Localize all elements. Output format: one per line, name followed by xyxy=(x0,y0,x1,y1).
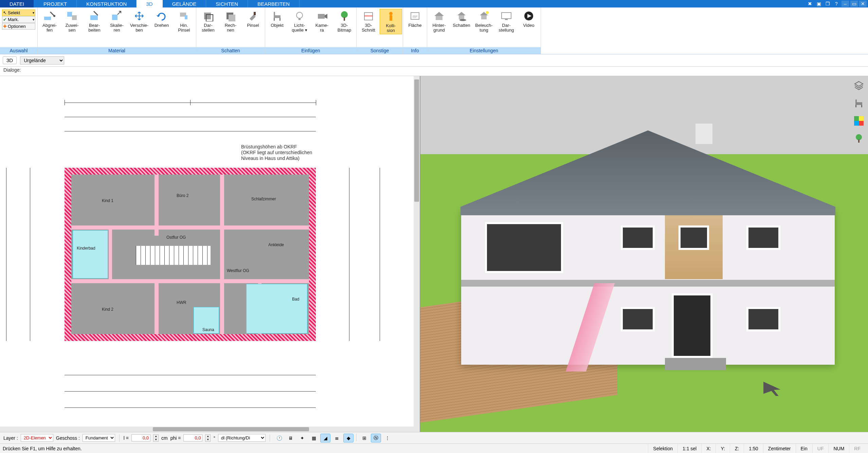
hintergrund-button[interactable]: Hinter-grund xyxy=(428,9,450,34)
svg-rect-19 xyxy=(318,14,325,19)
window-close-icon[interactable]: ✕ xyxy=(859,1,867,7)
house-bg-icon xyxy=(432,10,447,22)
camera-icon xyxy=(314,10,329,22)
darstellen-button[interactable]: Dar-stellen xyxy=(197,9,219,34)
group-title-schatten: Schatten xyxy=(196,47,265,54)
hinpinsel-button[interactable]: Hin.Pinsel xyxy=(173,9,195,34)
abgreifen-button[interactable]: Abgrei-fen xyxy=(38,9,61,34)
perspective-icon[interactable]: ◢ xyxy=(320,434,330,442)
clock-icon[interactable]: 🕐 xyxy=(274,434,284,442)
chimney xyxy=(695,124,712,144)
entry-step xyxy=(665,358,726,370)
dimension-line xyxy=(30,168,30,341)
tool-icon-2[interactable]: ▣ xyxy=(815,1,822,7)
stack-icon[interactable]: ▦ xyxy=(309,434,319,442)
svg-marker-28 xyxy=(434,12,444,16)
kollision-button[interactable]: Kolli-sion xyxy=(380,9,402,34)
schatten-set-button[interactable]: Schatten xyxy=(450,9,473,34)
video-button[interactable]: Video xyxy=(518,9,540,34)
l-input[interactable] xyxy=(131,434,150,441)
terrain-select[interactable]: Urgelände xyxy=(20,56,64,65)
scrollbar-horizontal[interactable] xyxy=(0,427,414,432)
layers-tool-icon[interactable]: ≣ xyxy=(332,434,342,442)
layers-icon[interactable] xyxy=(853,79,865,92)
ribbon-group-material: Abgrei-fen Zuwei-sen Bear-beiten Skalie-… xyxy=(38,7,196,54)
group-title-einstellungen: Einstellungen xyxy=(427,47,541,54)
3dbitmap-button[interactable]: 3D-Bitmap xyxy=(333,9,356,34)
tool-icon-1[interactable]: ✖ xyxy=(806,1,814,7)
help-icon[interactable]: ? xyxy=(833,1,840,7)
dimension-line xyxy=(65,375,316,375)
drehen-button[interactable]: Drehen xyxy=(150,9,173,34)
lichtquelle-button[interactable]: Licht-quelle ▾ xyxy=(288,9,311,34)
chair-icon xyxy=(270,10,285,22)
tab-datei[interactable]: DATEI xyxy=(0,0,34,7)
ribbon-group-auswahl: ↖ Selekt ▾ ✔ Mark. ▾ ✚ Optionen Auswahl xyxy=(0,7,38,54)
3dschnitt-button[interactable]: 3D-Schnitt xyxy=(357,9,380,34)
objekt-button[interactable]: Objekt xyxy=(266,9,288,34)
tree-tool-icon[interactable] xyxy=(853,132,865,145)
layer-select[interactable]: 2D-Elemen xyxy=(21,434,53,442)
selekt-label: Selekt xyxy=(8,10,20,15)
tab-3d[interactable]: 3D xyxy=(137,0,162,7)
rechnen-button[interactable]: Rech-nen xyxy=(219,9,242,34)
color-palette-icon[interactable] xyxy=(853,115,865,127)
mark-button[interactable]: ✔ Mark. ▾ xyxy=(2,16,35,23)
north-icon[interactable]: Ⓝ xyxy=(371,434,381,442)
house-light-icon xyxy=(476,10,491,22)
status-z: Z: xyxy=(730,444,744,453)
geschoss-label: Geschoss : xyxy=(56,435,80,441)
phi-spinner[interactable]: ▴▾ xyxy=(205,434,211,442)
status-rf: RF xyxy=(849,444,865,453)
grid-icon[interactable]: ⊞ xyxy=(359,434,369,442)
window-restore-icon[interactable]: ▭ xyxy=(850,1,858,7)
room-label-kind2: Kind 2 xyxy=(102,307,113,312)
more-icon[interactable]: ⋮ xyxy=(382,434,393,442)
flaeche-button[interactable]: m²Fläche xyxy=(404,9,426,34)
dimension-line xyxy=(65,391,316,392)
render-icon[interactable]: ✦ xyxy=(297,434,307,442)
mode-select[interactable]: dl (Richtung/Di xyxy=(218,434,266,442)
shade-icon[interactable]: ◆ xyxy=(343,434,354,442)
room-label-kind1: Kind 1 xyxy=(102,198,113,203)
tab-konstruktion[interactable]: KONSTRUKTION xyxy=(77,0,137,7)
play-icon xyxy=(521,10,536,22)
group-title-einfuegen: Einfügen xyxy=(265,47,356,54)
beleuchtung-button[interactable]: Beleuch-tung xyxy=(473,9,495,34)
scrollbar-vertical[interactable] xyxy=(414,76,420,432)
bearbeiten-button[interactable]: Bear-beiten xyxy=(83,9,106,34)
svg-rect-22 xyxy=(344,17,345,21)
mark-label: Mark. xyxy=(8,17,19,22)
monitor-tool-icon[interactable]: 🖥 xyxy=(286,434,296,442)
phi-input[interactable] xyxy=(183,434,202,441)
monitor-icon xyxy=(499,10,514,22)
tab-bearbeiten[interactable]: BEARBEITEN xyxy=(248,0,300,7)
ribbon: ↖ Selekt ▾ ✔ Mark. ▾ ✚ Optionen Auswahl … xyxy=(0,7,868,54)
tab-sichten[interactable]: SICHTEN xyxy=(206,0,248,7)
kamera-button[interactable]: Kame-ra xyxy=(311,9,333,34)
svg-point-1 xyxy=(53,15,55,17)
optionen-button[interactable]: ✚ Optionen xyxy=(2,23,35,30)
window-minimize-icon[interactable]: – xyxy=(842,1,849,7)
furniture-icon[interactable] xyxy=(853,97,865,109)
svg-marker-30 xyxy=(457,12,466,15)
zuweisen-button[interactable]: Zuwei-sen xyxy=(61,9,83,34)
pane-2d-plan[interactable]: Brüstungshöhen ab OKRF (OKRF liegt auf u… xyxy=(0,76,420,432)
skalieren-button[interactable]: Skalie-ren xyxy=(106,9,128,34)
tab-gelaende[interactable]: GELÄNDE xyxy=(163,0,206,7)
tool-icon-3[interactable]: ❐ xyxy=(824,1,831,7)
svg-rect-16 xyxy=(279,18,281,21)
area-icon: m² xyxy=(408,10,422,22)
pane-3d-view[interactable] xyxy=(420,76,868,432)
pinsel-button[interactable]: Pinsel xyxy=(242,9,264,34)
geschoss-select[interactable]: Fundament xyxy=(83,434,115,442)
tab-projekt[interactable]: PROJEKT xyxy=(34,0,77,7)
verschieben-button[interactable]: Verschie-ben xyxy=(128,9,150,34)
menu-tab-bar: DATEI PROJEKT KONSTRUKTION 3D GELÄNDE SI… xyxy=(0,0,868,7)
darstellung-button[interactable]: Dar-stellung xyxy=(495,9,518,34)
room-label-schlafzimmer: Schlafzimmer xyxy=(251,197,276,201)
svg-rect-29 xyxy=(436,16,442,20)
l-spinner[interactable]: ▴▾ xyxy=(153,434,159,442)
floor-slab xyxy=(461,280,835,287)
selekt-button[interactable]: ↖ Selekt ▾ xyxy=(2,10,35,16)
